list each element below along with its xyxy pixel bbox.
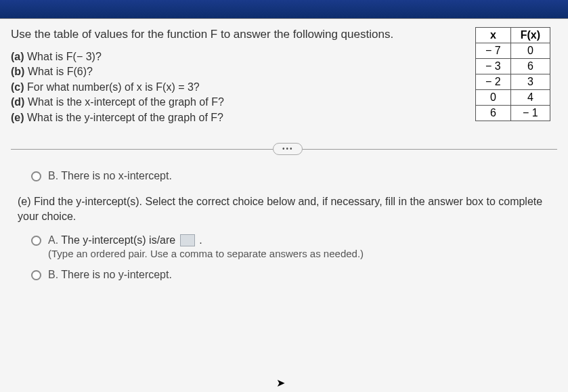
- table-row: − 2 3: [475, 74, 550, 90]
- choice-a-text-before: The y-intercept(s) is/are: [61, 234, 178, 246]
- choice-b-row: B. There is no y-intercept.: [31, 269, 557, 281]
- answer-area: B. There is no x-intercept. (e) Find the…: [11, 170, 557, 282]
- choice-b-text: There is no y-intercept.: [61, 269, 172, 280]
- choice-b-letter: B.: [48, 269, 58, 280]
- choice-a-row: A. The y-intercept(s) is/are . (Type an …: [31, 234, 557, 260]
- subq-a-label: (a): [11, 51, 24, 62]
- table-row: 0 4: [475, 90, 550, 106]
- subquestion-d: (d) What is the x-intercept of the graph…: [11, 95, 462, 110]
- question-intro: Use the table of values for the function…: [11, 27, 462, 43]
- radio-choice-b[interactable]: [31, 270, 41, 280]
- table-cell-fx: 4: [510, 90, 550, 106]
- subq-a-text: What is F(− 3)?: [27, 51, 102, 62]
- table-row: − 3 6: [475, 59, 550, 74]
- table-cell-x: − 3: [475, 59, 510, 74]
- choice-a-text-after: .: [199, 234, 202, 246]
- subq-b-text: What is F(6)?: [28, 66, 93, 77]
- table-row: 6 − 1: [475, 106, 550, 121]
- table-cell-x: − 7: [475, 43, 510, 59]
- question-content: Use the table of values for the function…: [0, 19, 568, 392]
- subquestion-a: (a) What is F(− 3)?: [11, 49, 462, 64]
- subquestion-e: (e) What is the y-intercept of the graph…: [11, 110, 462, 125]
- table-row: − 7 0: [475, 43, 550, 59]
- subq-d-text: What is the x-intercept of the graph of …: [28, 96, 224, 108]
- table-header-row: x F(x): [475, 28, 550, 43]
- subq-c-text: For what number(s) of x is F(x) = 3?: [27, 81, 200, 93]
- function-table-wrap: x F(x) − 7 0 − 3 6 − 2 3 0 4: [475, 27, 550, 121]
- expand-more-button[interactable]: •••: [273, 143, 303, 155]
- table-header-fx: F(x): [510, 28, 550, 43]
- subq-c-label: (c): [11, 81, 24, 93]
- app-topbar: [0, 0, 568, 19]
- section-divider: •••: [11, 144, 557, 154]
- table-cell-fx: 0: [510, 43, 550, 59]
- table-cell-x: − 2: [475, 74, 510, 90]
- function-table: x F(x) − 7 0 − 3 6 − 2 3 0 4: [475, 27, 550, 121]
- subq-e-text: What is the y-intercept of the graph of …: [27, 112, 223, 123]
- radio-prev-b[interactable]: [31, 171, 41, 181]
- cursor-icon: ➤: [276, 376, 285, 389]
- table-cell-fx: 6: [510, 59, 550, 74]
- subquestion-b: (b) What is F(6)?: [11, 64, 462, 79]
- table-cell-fx: − 1: [510, 106, 550, 121]
- table-header-x: x: [475, 28, 510, 43]
- answer-input-box[interactable]: [180, 234, 195, 246]
- part-e-prompt: (e) Find the y-intercept(s). Select the …: [18, 194, 557, 225]
- subq-d-label: (d): [11, 96, 24, 108]
- table-cell-x: 6: [475, 106, 510, 121]
- table-cell-x: 0: [475, 90, 510, 106]
- subquestion-c: (c) For what number(s) of x is F(x) = 3?: [11, 80, 462, 95]
- subq-e-label: (e): [11, 112, 24, 123]
- choice-a-subtext: (Type an ordered pair. Use a comma to se…: [48, 248, 364, 259]
- choice-a-letter: A.: [48, 234, 58, 246]
- ellipsis-icon: •••: [282, 145, 294, 152]
- table-cell-fx: 3: [510, 74, 550, 90]
- prev-choice-b-letter: B.: [48, 170, 58, 181]
- prev-choice-b-row: B. There is no x-intercept.: [31, 170, 557, 182]
- prev-choice-b-text: There is no x-intercept.: [61, 170, 172, 181]
- choice-a-main: A. The y-intercept(s) is/are .: [48, 234, 364, 247]
- radio-choice-a[interactable]: [31, 236, 41, 246]
- subq-b-label: (b): [11, 66, 24, 77]
